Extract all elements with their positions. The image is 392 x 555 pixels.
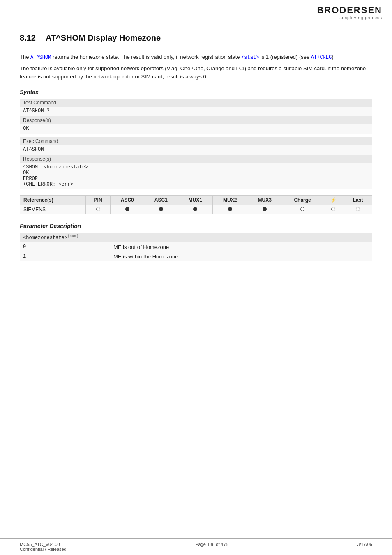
main-content: 8.12 AT^SHOM Display Homezone The AT^SHO… [0, 23, 392, 281]
ref-col-last: Last [344, 196, 372, 205]
body-at-shom-ref: AT^SHOM [30, 55, 51, 60]
ref-asc0-dot [111, 205, 144, 214]
param-table: <homezonestate>(num) 0 ME is out of Home… [20, 233, 372, 261]
ref-value: SIEMENS [20, 205, 86, 214]
footer-status: Confidential / Released [20, 547, 67, 552]
ref-pin-dot [85, 205, 110, 214]
syntax-heading: Syntax [20, 89, 372, 95]
ref-col-signal: ⚡ [323, 196, 344, 205]
exec-resp-line1: ^SHOM: <homezonestate> [23, 164, 88, 170]
param-desc-heading: Parameter Description [20, 223, 372, 229]
mux3-dot-icon [263, 207, 267, 211]
divider-row [20, 134, 372, 137]
body-para1-text2: returns the homezone state. The result i… [51, 54, 241, 60]
body-para1-text1: The [20, 54, 30, 60]
exec-command-label: Exec Command [20, 137, 372, 145]
ref-last-dot [344, 205, 372, 214]
footer-center: Page 186 of 475 [195, 542, 228, 552]
footer-date: 3/17/06 [357, 542, 372, 552]
test-command-value: AT^SHOM=? [20, 107, 372, 116]
charge-dot-icon [300, 207, 304, 211]
param-name-text: <homezonestate> [23, 235, 67, 241]
body-para1-text3: is 1 (registered) (see [259, 54, 311, 60]
section-heading: 8.12 AT^SHOM Display Homezone [20, 33, 372, 46]
mux2-dot-icon [228, 207, 232, 211]
footer-doc-id: MC55_ATC_V04.00 [20, 542, 67, 547]
body-para1-text4: ). [332, 54, 335, 60]
ref-signal-dot [323, 205, 344, 214]
pin-dot-icon [96, 207, 100, 211]
param-header-row: <homezonestate>(num) [20, 233, 372, 242]
param-sup: (num) [67, 234, 78, 238]
page-header: BRODERSEN simplifying process [0, 0, 392, 23]
ref-charge-dot [282, 205, 323, 214]
logo-area: BRODERSEN simplifying process [317, 5, 382, 20]
exec-response-lines: ^SHOM: <homezonestate> OK ERROR +CME ERR… [20, 163, 372, 189]
syntax-heading-text: Syntax [20, 89, 39, 95]
logo-text: BRODERSEN [317, 5, 382, 16]
body-para1: The AT^SHOM returns the homezone state. … [20, 53, 372, 61]
exec-resp-line4: +CME ERROR: <err> [23, 182, 73, 187]
ref-mux1-dot [178, 205, 213, 214]
body-para2: The feature is available only for suppor… [20, 64, 372, 81]
asc1-dot-icon [159, 207, 163, 211]
test-command-header-row: Test Command [20, 99, 372, 107]
page-footer: MC55_ATC_V04.00 Confidential / Released … [0, 538, 392, 555]
section-title: AT^SHOM Display Homezone [46, 33, 161, 43]
exec-command-value: AT^SHOM [20, 145, 372, 155]
ref-mux3-dot [247, 205, 282, 214]
param-desc-0: ME is out of Homezone [110, 242, 372, 252]
ref-col-label: Reference(s) [20, 196, 86, 205]
exec-response-value-row: ^SHOM: <homezonestate> OK ERROR +CME ERR… [20, 163, 372, 189]
footer-left: MC55_ATC_V04.00 Confidential / Released [20, 542, 67, 552]
param-row-1: 1 ME is within the Homezone [20, 252, 372, 261]
ref-header-row: Reference(s) PIN ASC0 ASC1 MUX1 MUX2 MUX… [20, 196, 372, 205]
ref-siemens-row: SIEMENS [20, 205, 372, 214]
param-row-0: 0 ME is out of Homezone [20, 242, 372, 252]
asc0-dot-icon [125, 207, 129, 211]
test-response-header-row: Response(s) [20, 116, 372, 124]
syntax-table: Test Command AT^SHOM=? Response(s) OK Ex… [20, 99, 372, 189]
ref-table: Reference(s) PIN ASC0 ASC1 MUX1 MUX2 MUX… [20, 195, 372, 214]
exec-command-header-row: Exec Command [20, 137, 372, 145]
ref-col-asc1: ASC1 [144, 196, 178, 205]
body-stat-ref: <stat> [241, 55, 259, 60]
ref-asc1-dot [144, 205, 178, 214]
body-creg-ref: AT+CREG [311, 55, 332, 60]
param-desc-1: ME is within the Homezone [110, 252, 372, 261]
ref-col-mux3: MUX3 [247, 196, 282, 205]
ref-col-charge: Charge [282, 196, 323, 205]
exec-resp-line2: OK [23, 170, 29, 176]
ref-col-pin: PIN [85, 196, 110, 205]
exec-response-header-row: Response(s) [20, 155, 372, 163]
ref-col-mux1: MUX1 [178, 196, 213, 205]
exec-response-label: Response(s) [20, 155, 372, 163]
logo-sub: simplifying process [340, 16, 382, 20]
ref-mux2-dot [212, 205, 247, 214]
signal-dot-icon [331, 207, 335, 211]
ref-col-mux2: MUX2 [212, 196, 247, 205]
exec-command-value-row: AT^SHOM [20, 145, 372, 155]
ref-col-asc0: ASC0 [111, 196, 144, 205]
test-response-value: OK [20, 124, 372, 134]
exec-resp-line3: ERROR [23, 176, 38, 182]
section-number: 8.12 [20, 33, 36, 43]
param-val-0: 0 [20, 242, 110, 252]
param-desc-heading-text: Parameter Description [20, 223, 81, 229]
last-dot-icon [356, 207, 360, 211]
mux1-dot-icon [193, 207, 197, 211]
test-response-value-row: OK [20, 124, 372, 134]
param-name-cell: <homezonestate>(num) [20, 233, 372, 242]
test-command-value-row: AT^SHOM=? [20, 107, 372, 116]
test-response-label: Response(s) [20, 116, 372, 124]
param-val-1: 1 [20, 252, 110, 261]
test-command-label: Test Command [20, 99, 372, 107]
